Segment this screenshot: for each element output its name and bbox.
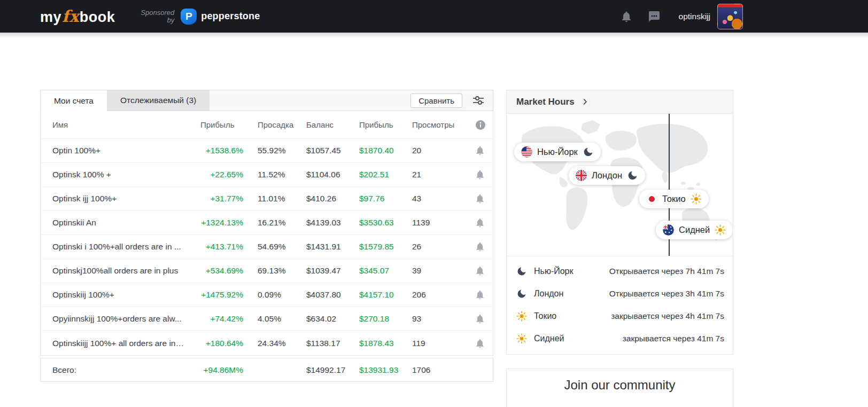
schedule-row-new-york[interactable]: Нью-Йорк Открывается через 7h 41m 7s: [507, 260, 733, 283]
community-title: Join our community: [507, 378, 733, 393]
account-balance: $410.26: [306, 194, 359, 204]
pepperstone-wordmark: pepperstone: [201, 11, 260, 22]
total-label: Всего:: [52, 365, 200, 375]
chevron-right-icon: [581, 98, 589, 106]
row-bell-icon[interactable]: [452, 314, 485, 324]
user-avatar[interactable]: [717, 4, 743, 29]
messages-chat-icon[interactable]: [648, 10, 661, 23]
filter-sliders-icon[interactable]: [472, 94, 485, 107]
account-balance: $1104.06: [306, 170, 359, 179]
row-bell-icon[interactable]: [452, 289, 485, 300]
table-row[interactable]: Optinskiijj 100%+ all orders are in… +18…: [41, 331, 493, 355]
col-name[interactable]: Имя: [52, 120, 200, 129]
col-profit[interactable]: Прибыль: [359, 120, 412, 129]
map-pill-sydney[interactable]: Сидней: [656, 221, 733, 239]
market-hours-header[interactable]: Market Hours: [507, 90, 733, 114]
col-gain[interactable]: Прибыль: [200, 120, 243, 129]
total-balance: $14992.17: [306, 365, 359, 375]
map-pill-new-york[interactable]: Нью-Йорк: [514, 143, 601, 161]
tab-watched[interactable]: Отслеживаемый (3): [107, 90, 210, 111]
schedule-row-sydney[interactable]: Сидней закрывается через 41m 7s: [507, 327, 733, 350]
schedule-row-tokyo[interactable]: Токио закрывается через 4h 41m 7s: [507, 305, 733, 327]
col-balance[interactable]: Баланс: [306, 120, 359, 129]
account-views: 1139: [412, 218, 452, 228]
account-name[interactable]: Optinskii An: [52, 218, 200, 228]
map-pill-london[interactable]: Лондон: [569, 166, 645, 185]
schedule-status: закрывается через 4h 41m 7s: [611, 311, 724, 321]
row-bell-icon[interactable]: [452, 265, 485, 276]
schedule-status: закрывается через 41m 7s: [623, 334, 724, 343]
account-name[interactable]: Opyiinnskijj 100%+orders are alw...: [52, 314, 200, 324]
account-name[interactable]: Optinsk ijj 100%+: [52, 194, 200, 204]
account-views: 20: [412, 146, 452, 155]
table-row[interactable]: Optin 100%+ +1538.6% 55.92% $1057.45 $18…: [41, 139, 493, 163]
market-hours-panel: Market Hours: [506, 90, 733, 355]
account-views: 43: [412, 194, 452, 204]
account-drawdown: 11.01%: [258, 194, 306, 204]
table-row[interactable]: Optinsk 100% + +22.65% 11.52% $1104.06 $…: [41, 163, 493, 187]
account-balance: $1431.91: [306, 242, 359, 252]
schedule-city: Сидней: [534, 334, 564, 343]
map-pill-tokyo[interactable]: Токио: [639, 190, 709, 208]
username[interactable]: optinskijj: [679, 12, 710, 21]
account-drawdown: 4.05%: [258, 314, 306, 324]
account-gain: +22.65%: [200, 170, 243, 179]
account-name[interactable]: Optinskiijj 100%+ all orders are in…: [52, 339, 200, 348]
row-bell-icon[interactable]: [452, 241, 485, 252]
sponsor-block[interactable]: Sponsored by P pepperstone: [141, 9, 260, 25]
compare-button[interactable]: Сравнить: [410, 93, 462, 108]
col-views[interactable]: Просмотры: [412, 120, 452, 129]
accounts-panel: Мои счета Отслеживаемый (3) Сравнить Имя…: [40, 90, 493, 382]
account-balance: $4139.03: [306, 218, 359, 228]
account-gain: +1475.92%: [200, 290, 243, 300]
info-icon[interactable]: [452, 120, 485, 130]
market-hours-map: Нью-Йорк Лондон Токио: [507, 114, 733, 256]
moon-icon: [516, 288, 527, 299]
account-drawdown: 54.69%: [258, 242, 306, 252]
row-bell-icon[interactable]: [452, 145, 485, 156]
account-name[interactable]: Optinsk 100% +: [52, 170, 200, 179]
moon-icon: [583, 146, 594, 158]
accounts-tabstrip: Мои счета Отслеживаемый (3) Сравнить: [40, 90, 493, 111]
table-row[interactable]: Optinskii An +1324.13% 16.21% $4139.03 $…: [41, 211, 493, 235]
table-row[interactable]: Opyiinnskijj 100%+orders are alw... +74.…: [41, 307, 493, 331]
notifications-bell-icon[interactable]: [620, 10, 633, 23]
account-profit: $3530.63: [359, 218, 412, 228]
row-bell-icon[interactable]: [452, 338, 485, 349]
account-profit: $1878.43: [359, 339, 412, 348]
row-bell-icon[interactable]: [452, 193, 485, 204]
account-views: 206: [412, 290, 452, 300]
tab-my-accounts[interactable]: Мои счета: [41, 90, 107, 111]
map-pill-city: Токио: [662, 194, 686, 204]
account-name[interactable]: Optin 100%+: [52, 146, 200, 155]
schedule-city: Лондон: [534, 289, 563, 299]
table-row[interactable]: Optinski i 100%+all orders are in ... +4…: [41, 235, 493, 259]
moon-icon: [516, 266, 527, 277]
sun-icon: [516, 333, 527, 344]
col-drawdown[interactable]: Просадка: [258, 120, 306, 129]
account-gain: +1324.13%: [200, 218, 243, 228]
table-row[interactable]: Optinskiij 100%+ +1475.92% 0.09% $4037.8…: [41, 283, 493, 307]
account-gain: +534.69%: [200, 266, 243, 276]
account-balance: $4037.80: [306, 290, 359, 300]
row-bell-icon[interactable]: [452, 169, 485, 180]
schedule-row-london[interactable]: Лондон Открывается через 3h 41m 7s: [507, 283, 733, 305]
schedule-status: Открывается через 3h 41m 7s: [609, 289, 724, 299]
row-bell-icon[interactable]: [452, 217, 485, 228]
accounts-table: Имя Прибыль Просадка Баланс Прибыль Прос…: [40, 111, 493, 356]
table-row[interactable]: Optinskj100%all orders are in plus +534.…: [41, 259, 493, 283]
map-pill-city: Сидней: [679, 225, 710, 235]
account-views: 39: [412, 266, 452, 276]
account-profit: $1870.40: [359, 146, 412, 155]
account-name[interactable]: Optinskj100%all orders are in plus: [52, 266, 200, 276]
account-name[interactable]: Optinski i 100%+all orders are in ...: [52, 242, 200, 252]
total-profit: $13931.93: [359, 365, 412, 375]
account-name[interactable]: Optinskiij 100%+: [52, 290, 200, 300]
map-pill-city: Нью-Йорк: [537, 147, 578, 157]
sponsored-by-label: Sponsored by: [141, 9, 174, 24]
table-row[interactable]: Optinsk ijj 100%+ +31.77% 11.01% $410.26…: [41, 187, 493, 211]
account-gain: +31.77%: [200, 194, 243, 204]
myfxbook-logo[interactable]: myfxbook: [40, 7, 115, 26]
account-profit: $4157.10: [359, 290, 412, 300]
schedule-status: Открывается через 7h 41m 7s: [609, 267, 724, 276]
